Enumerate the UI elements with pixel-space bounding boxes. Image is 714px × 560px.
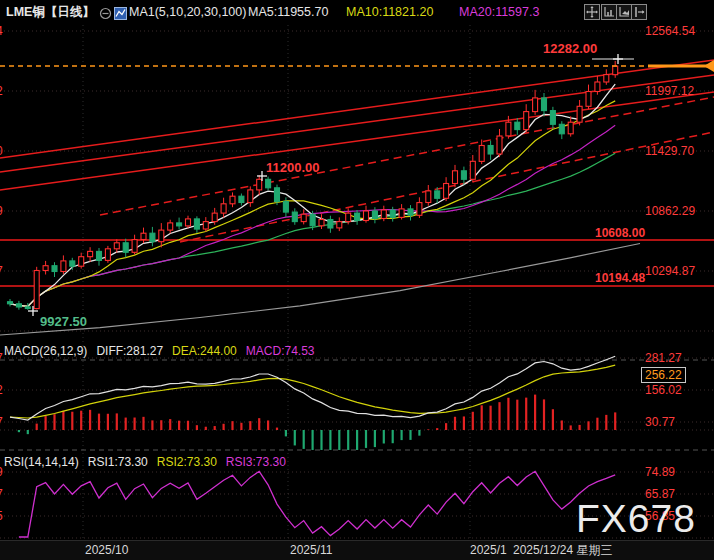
macd-axis-left-clip: 7: [0, 415, 3, 429]
macd-diff-value: DIFF:281.27: [96, 344, 163, 358]
ma5-value: MA5:11955.70: [248, 5, 328, 20]
rsi-axis-left-clip: 5: [0, 509, 3, 523]
marked-high-label: 12282.00: [543, 42, 597, 56]
macd-dea-value: DEA:244.00: [172, 344, 237, 358]
marked-low-label: 9927.50: [40, 315, 87, 329]
price-axis-label: 12564.54: [645, 24, 695, 38]
ma20-value: MA20:11597.3: [459, 5, 539, 20]
macd-value: MACD:74.53: [246, 344, 315, 358]
ma10-value: MA10:11821.20: [346, 5, 433, 20]
price-axis-left-clip: 2: [0, 84, 3, 98]
macd-axis-left-clip: 7: [0, 351, 3, 365]
trading-app: LME铜【日线】 MA1(5,10,20,30,100) MA5:11955.7…: [0, 0, 714, 560]
axis-chart-tool-icon[interactable]: [601, 4, 617, 20]
x-tick-nov: 2025/11: [290, 543, 333, 557]
instrument-title: LME铜【日线】: [6, 5, 95, 20]
move-tool-icon[interactable]: [584, 4, 600, 20]
current-date-label: 2025/12/24 星期三: [507, 543, 612, 557]
trend-chart-tool-icon[interactable]: [616, 4, 632, 20]
macd-axis-left-clip: 2: [0, 383, 3, 397]
marked-peak-label: 11200.00: [266, 161, 320, 175]
rsi3-value: RSI3:73.30: [226, 455, 286, 469]
macd-params-label: MACD(26,12,9): [4, 344, 87, 358]
rsi1-value: RSI1:73.30: [88, 455, 148, 469]
price-axis-label: 10862.29: [645, 204, 695, 218]
indicator-chart-icon[interactable]: [114, 6, 127, 24]
price-axis-label: 10294.87: [645, 264, 695, 278]
macd-axis-label: 156.02: [645, 383, 682, 397]
price-axis-left-clip: 0: [0, 144, 3, 158]
price-axis-left-clip: 4: [0, 24, 3, 38]
x-tick-oct: 2025/10: [85, 543, 128, 557]
rsi-panel-header: RSI(14,14,14)RSI1:73.30RSI2:73.30RSI3:73…: [4, 455, 295, 469]
watermark: FX678: [576, 497, 696, 541]
support1-label: 10608.00: [595, 226, 645, 240]
price-axis-left-clip: 9: [0, 204, 3, 218]
support2-label: 10194.48: [595, 271, 645, 285]
export-chart-tool-icon[interactable]: [631, 4, 647, 20]
macd-current-tag: 256.22: [641, 367, 686, 383]
rsi-axis-left-clip: 7: [0, 487, 3, 501]
macd-panel-header: MACD(26,12,9)DIFF:281.27DEA:244.00MACD:7…: [4, 344, 324, 358]
macd-axis-label: 281.27: [645, 351, 682, 365]
rsi-params-label: RSI(14,14,14): [4, 455, 79, 469]
price-axis-label: 11997.12: [645, 84, 694, 98]
rsi2-value: RSI2:73.30: [157, 455, 217, 469]
macd-axis-label: 30.77: [645, 415, 675, 429]
ma-settings-label: MA1(5,10,20,30,100): [129, 5, 246, 20]
rsi-axis-label: 74.89: [645, 465, 675, 479]
rsi-axis-left-clip: 9: [0, 465, 3, 479]
price-axis-left-clip: 7: [0, 264, 3, 278]
collapse-icon[interactable]: [99, 6, 112, 24]
price-axis-label: 11429.70: [645, 144, 694, 158]
